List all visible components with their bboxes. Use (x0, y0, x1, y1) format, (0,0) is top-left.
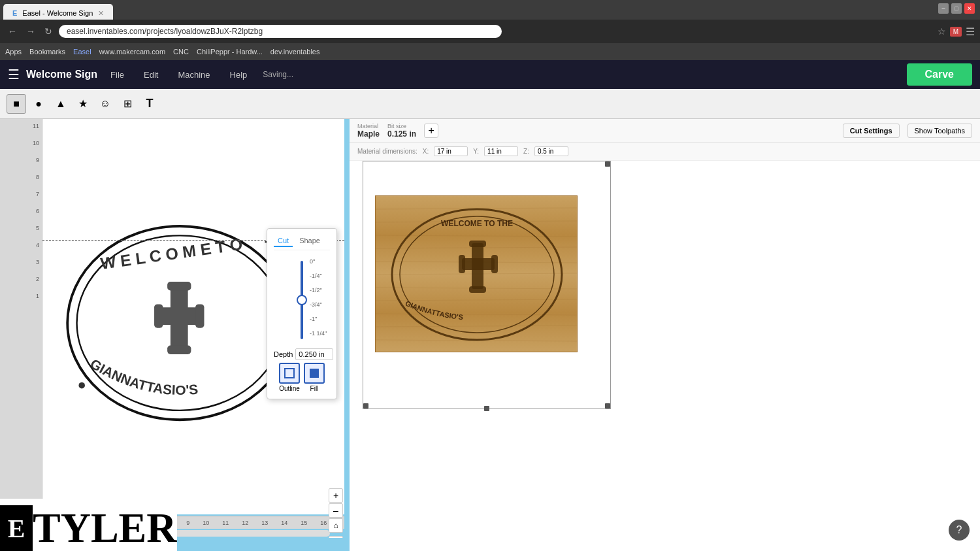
cut-panel-tabs: Cut Shape (274, 235, 330, 250)
material-dimensions-bar: Material dimensions: X: Y: Z: (350, 142, 980, 161)
dim-x-input[interactable] (434, 146, 468, 156)
svg-rect-14 (285, 369, 294, 378)
zoom-controls: + – ⌂ (329, 488, 343, 533)
preview-area: WELCOME TO THE GIANNATTASIO'S (363, 161, 967, 538)
material-label: Material (357, 123, 380, 129)
toolbar: ■ ● ▲ ★ ☺ ⊞ T (0, 89, 980, 119)
app-header: ☰ Welcome Sign File Edit Machine Help Sa… (0, 60, 980, 89)
gmail-icon[interactable]: M (950, 27, 962, 37)
svg-rect-33 (459, 255, 465, 273)
cut-panel: Cut Shape 0" -1/4" -1/2" -3/4" -1" -1 1/… (267, 228, 337, 399)
bit-size-field: Bit size 0.125 in (387, 123, 416, 139)
app-title: Welcome Sign (26, 69, 97, 80)
slider-labels: 0" -1/4" -1/2" -3/4" -1" -1 1/4" (310, 258, 327, 337)
svg-rect-7 (195, 304, 204, 327)
svg-rect-3 (158, 307, 202, 325)
svg-rect-15 (310, 369, 319, 378)
bookmark-bookmarks[interactable]: Bookmarks (29, 48, 65, 56)
tab-title: Easel - Welcome Sign (22, 9, 93, 17)
svg-point-13 (78, 382, 85, 389)
zoom-home-button[interactable]: ⌂ (329, 518, 343, 533)
bookmarks-bar: Apps Bookmarks Easel www.makercam.com CN… (0, 43, 980, 60)
forward-button[interactable]: → (24, 25, 38, 38)
back-button[interactable]: ← (5, 25, 20, 38)
ellipse-tool[interactable]: ● (29, 94, 48, 114)
machine-menu[interactable]: Machine (171, 67, 216, 82)
material-value: Maple (357, 129, 380, 139)
active-tab[interactable]: E Easel - Welcome Sign ✕ (3, 4, 113, 20)
svg-line-24 (376, 314, 577, 315)
dim-x-label: X: (423, 148, 429, 155)
triangle-tool[interactable]: ▲ (51, 94, 71, 114)
svg-rect-4 (167, 282, 191, 290)
tab-bar: E Easel - Welcome Sign ✕ – □ ✕ (0, 0, 980, 20)
help-menu[interactable]: Help (223, 67, 254, 82)
dim-z-label: Z: (523, 148, 529, 155)
help-button[interactable]: ? (949, 520, 970, 541)
bookmark-cnc[interactable]: CNC (173, 48, 189, 56)
tyler-text-area: E TYLER (0, 499, 177, 551)
svg-rect-34 (491, 255, 498, 273)
dim-y-input[interactable] (484, 146, 518, 156)
carve-button[interactable]: Carve (907, 63, 972, 86)
svg-text:GIANNATTASIO'S: GIANNATTASIO'S (88, 356, 199, 397)
show-toolpaths-button[interactable]: Show Toolpaths (907, 124, 972, 138)
outline-button[interactable]: Outline (279, 363, 300, 392)
svg-rect-30 (462, 258, 495, 270)
svg-rect-6 (154, 304, 163, 327)
svg-line-25 (376, 326, 577, 327)
grid-tool[interactable]: ⊞ (118, 94, 137, 114)
add-material-button[interactable]: + (424, 124, 438, 138)
tyler-label: TYLER (33, 507, 177, 549)
emoji-tool[interactable]: ☺ (95, 94, 115, 114)
depth-label: Depth (274, 350, 293, 358)
zoom-out-button[interactable]: – (329, 503, 343, 518)
maximize-button[interactable]: □ (951, 3, 962, 14)
bookmark-makercam[interactable]: www.makercam.com (99, 48, 165, 56)
material-field: Material Maple (357, 123, 380, 139)
rectangle-tool[interactable]: ■ (7, 94, 26, 114)
tab-close-icon[interactable]: ✕ (98, 9, 104, 18)
bookmark-easel[interactable]: Easel (73, 48, 91, 56)
fill-button[interactable]: Fill (304, 363, 325, 392)
refresh-button[interactable]: ↻ (42, 25, 55, 38)
svg-rect-5 (167, 346, 191, 354)
edit-menu[interactable]: Edit (137, 67, 165, 82)
saving-status: Saving... (263, 70, 293, 79)
text-tool[interactable]: T (140, 94, 159, 114)
window-controls: – □ ✕ (938, 3, 975, 14)
right-panel-header: Material Maple Bit size 0.125 in + Cut S… (350, 119, 980, 142)
minimize-button[interactable]: – (938, 3, 949, 14)
cut-type-row: Outline Fill (274, 363, 330, 392)
preview-workspace-border: WELCOME TO THE GIANNATTASIO'S (363, 161, 611, 409)
vertical-ruler: 11 10 9 8 7 6 5 4 3 2 1 (0, 119, 42, 514)
star-icon[interactable]: ☆ (938, 26, 946, 37)
svg-rect-32 (469, 286, 486, 293)
bit-size-value: 0.125 in (387, 129, 416, 139)
close-button[interactable]: ✕ (964, 3, 975, 14)
app-logo: ☰ (8, 67, 20, 82)
slider-handle[interactable] (297, 295, 307, 305)
canvas-area: 11 10 9 8 7 6 5 4 3 2 1 (0, 119, 350, 551)
address-bar: ← → ↻ easel.inventables.com/projects/lyo… (0, 20, 980, 43)
wood-block: WELCOME TO THE GIANNATTASIO'S (375, 195, 578, 352)
cut-tab[interactable]: Cut (274, 235, 293, 247)
bookmark-apps[interactable]: Apps (5, 48, 22, 56)
bit-size-label: Bit size (387, 123, 416, 129)
depth-input[interactable] (295, 348, 333, 360)
bookmark-dev[interactable]: dev.inventables (270, 48, 320, 56)
zoom-in-button[interactable]: + (329, 488, 343, 503)
depth-slider-container: 0" -1/4" -1/2" -3/4" -1" -1 1/4" (274, 254, 330, 346)
shape-tab[interactable]: Shape (295, 235, 324, 247)
star-tool[interactable]: ★ (73, 94, 93, 114)
depth-input-row: Depth (274, 348, 330, 360)
cut-settings-button[interactable]: Cut Settings (843, 124, 900, 138)
tab-favicon: E (12, 9, 17, 17)
dim-y-label: Y: (473, 148, 479, 155)
svg-rect-31 (469, 241, 486, 247)
dim-z-input[interactable] (534, 146, 568, 156)
file-menu[interactable]: File (104, 67, 131, 82)
menu-icon[interactable]: ☰ (966, 25, 975, 38)
bookmark-chilipeppr[interactable]: ChiliPeppr - Hardw... (197, 48, 263, 56)
url-input[interactable]: easel.inventables.com/projects/lyoaldowz… (59, 25, 502, 38)
